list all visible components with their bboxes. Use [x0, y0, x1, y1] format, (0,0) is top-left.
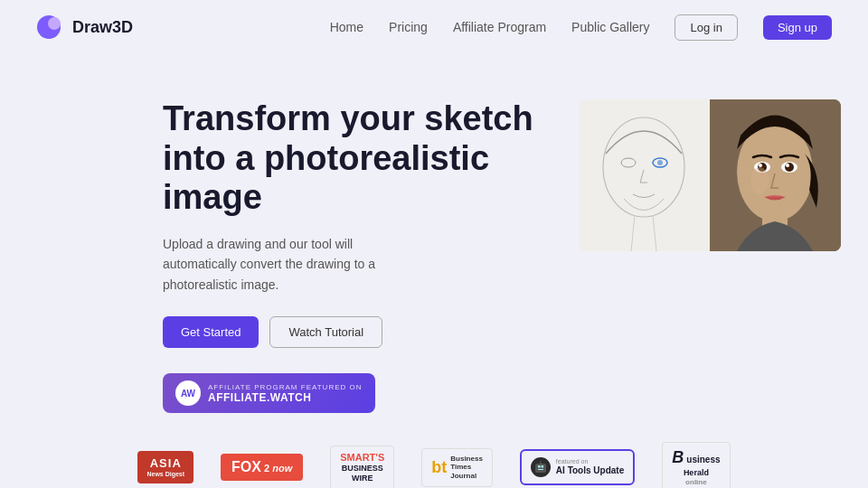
fox-logo-badge: FOX 2 now	[221, 454, 303, 481]
affiliate-text: AFFILIATE PROGRAM FEATURED ON AFFILIATE.…	[208, 383, 363, 404]
svg-rect-23	[540, 462, 542, 464]
logo-smarts-business-wire: SMART'S BUSINESS WIRE	[330, 449, 394, 485]
hero-image	[579, 99, 841, 251]
nav-affiliate[interactable]: Affiliate Program	[453, 20, 546, 34]
logo-fox2now: FOX 2 now	[221, 449, 303, 485]
hero-left: Transform your sketch into a photorealis…	[163, 90, 542, 413]
smart-logo-badge: SMART'S BUSINESS WIRE	[330, 446, 394, 488]
logo-icon	[36, 13, 65, 42]
signup-button[interactable]: Sign up	[763, 15, 832, 40]
svg-point-15	[785, 163, 794, 172]
logo-asia-news: ASIA News Digest	[137, 449, 193, 485]
logo-text: Draw3D	[72, 18, 133, 37]
logo[interactable]: Draw3D	[36, 13, 133, 42]
affiliate-badge[interactable]: AW AFFILIATE PROGRAM FEATURED ON AFFILIA…	[163, 373, 375, 413]
ai-tools-text: featured on AI Tools Update	[556, 458, 624, 476]
svg-point-6	[657, 160, 663, 165]
ai-tools-featured-label: featured on	[556, 458, 624, 465]
nav-pricing[interactable]: Pricing	[389, 20, 428, 34]
affiliate-aw-icon: AW	[175, 380, 201, 406]
svg-point-13	[759, 164, 762, 167]
photo-side	[710, 99, 841, 251]
svg-rect-22	[538, 469, 543, 470]
ai-tools-icon	[531, 457, 551, 477]
svg-rect-20	[538, 465, 541, 468]
svg-point-16	[786, 164, 789, 167]
main-nav: Home Pricing Affiliate Program Public Ga…	[330, 14, 832, 41]
svg-rect-2	[579, 99, 710, 251]
logo-business-times-journal: bt Business Times Journal	[421, 449, 493, 485]
media-logos-section: ASIA News Digest FOX 2 now SMART'S BUSIN…	[0, 431, 868, 488]
cta-buttons: Get Started Watch Tutorial	[163, 316, 542, 348]
hero-image-container	[579, 99, 841, 251]
ai-tools-main-label: AI Tools Update	[556, 465, 624, 476]
sketch-side	[579, 99, 710, 251]
btj-logo-badge: bt Business Times Journal	[421, 448, 493, 487]
site-header: Draw3D Home Pricing Affiliate Program Pu…	[0, 0, 868, 54]
affiliate-top-text: AFFILIATE PROGRAM FEATURED ON	[208, 383, 363, 391]
herald-logo-badge: B usiness Herald online	[662, 442, 730, 488]
svg-point-1	[48, 17, 61, 30]
affiliate-bottom-text: AFFILIATE.WATCH	[208, 391, 363, 404]
sketch-svg	[579, 99, 710, 251]
get-started-button[interactable]: Get Started	[163, 316, 259, 348]
svg-point-18	[750, 167, 769, 194]
svg-rect-21	[541, 465, 543, 468]
logo-business-herald: B usiness Herald online	[662, 449, 730, 485]
login-button[interactable]: Log in	[675, 14, 737, 41]
hero-title: Transform your sketch into a photorealis…	[163, 99, 542, 218]
logo-ai-tools-update[interactable]: featured on AI Tools Update	[520, 449, 635, 485]
nav-home[interactable]: Home	[330, 20, 363, 34]
hero-section: Transform your sketch into a photorealis…	[0, 54, 868, 431]
hero-description: Upload a drawing and our tool will autom…	[163, 234, 407, 295]
nav-gallery[interactable]: Public Gallery	[571, 20, 649, 34]
asia-logo-badge: ASIA News Digest	[137, 451, 193, 483]
svg-rect-19	[535, 464, 546, 473]
photo-svg	[710, 99, 841, 251]
watch-tutorial-button[interactable]: Watch Tutorial	[269, 316, 382, 348]
